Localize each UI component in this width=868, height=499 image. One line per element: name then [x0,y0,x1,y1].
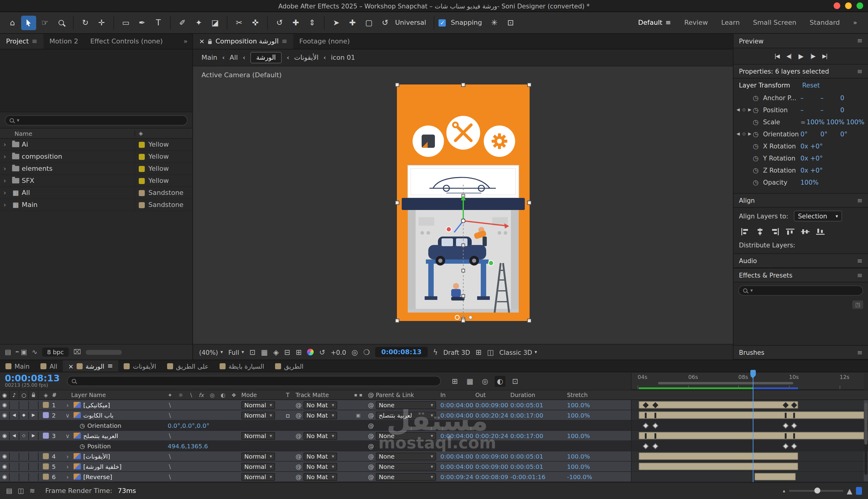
workspace-menu-icon[interactable]: ≡ [665,19,671,26]
layer-bar[interactable] [755,473,796,480]
renderer-dropdown[interactable]: Classic 3D▾ [499,349,537,356]
gizmo-space-label[interactable]: Universal [395,19,426,26]
mode-dropdown[interactable]: Normal▾ [241,462,275,470]
region-of-interest-icon[interactable]: ⊟ [284,348,290,356]
duration-value[interactable]: 0:00:17:00 [510,432,549,439]
out-value[interactable]: 0:00:08:09 [475,473,510,480]
magnification-dropdown[interactable]: (40%)▾ [199,349,223,356]
label-column-icon[interactable]: ◈ [44,392,48,398]
eye-column-icon[interactable]: ◉ [0,391,10,399]
camera-orbit-tool[interactable]: ↺ [272,15,287,30]
track-matte-dropdown[interactable]: No Mat▾ [303,462,337,470]
stretch-value[interactable]: 100.0% [567,402,601,408]
solo-cell[interactable] [19,452,29,460]
project-row-ai[interactable]: › Ai Yellow [0,139,193,151]
trash-icon[interactable]: ⌧ [74,348,81,356]
close-tab-icon[interactable]: × [199,37,204,45]
timeline-tab-main[interactable]: Main [0,360,35,372]
quality-switch[interactable]: ∖ [168,402,172,408]
align-to-dropdown[interactable]: Selection ▾ [794,210,842,221]
rotation-gizmo-icon[interactable]: ↺ [377,15,393,30]
eye-icon[interactable]: ◉ [0,452,10,460]
layer-name-column-header[interactable]: Layer Name [64,392,163,398]
comp-marker-icon[interactable]: ◫ [18,487,24,495]
timeline-zoom-slider[interactable]: ▴ ▲ [783,487,862,495]
in-value[interactable]: 0:00:09:24 [440,473,475,480]
layer-track[interactable] [631,410,864,420]
in-column-header[interactable]: In [440,392,475,398]
align-panel-header[interactable]: Align ≡ [733,193,868,208]
zoom-out-mountain-icon[interactable]: ▴ [783,488,785,494]
layer-color-chip[interactable] [43,433,49,439]
flowchart-icon[interactable]: ⊞ [476,348,482,356]
layer-bar[interactable] [639,463,798,470]
layer-name-cell[interactable]: › [الأيقونات] [64,453,163,460]
brush-tool[interactable]: ✐ [175,15,190,30]
property-row-orientation[interactable]: ◷ Orientation 0.0°,0.0°,0.0° @ [0,421,868,431]
layer-track[interactable] [631,400,864,410]
in-value[interactable]: 0:00:04:00 [440,453,475,460]
label-color-chip[interactable] [139,166,145,172]
label-cell[interactable]: Yellow [135,175,193,186]
label-cell[interactable]: Sandstone [135,199,193,210]
stopwatch-icon[interactable]: ◷ [753,106,763,114]
scrollbar-thumb[interactable] [864,402,867,445]
breadcrumb-current[interactable]: الورشة [250,52,282,63]
panel-grip-icon[interactable]: ◳ [852,301,863,309]
project-row-elements[interactable]: › elements Yellow [0,163,193,175]
table-row[interactable]: ◉ 4 › [الأيقونات] ∖ Normal▾ @No Mat▾ @No… [0,451,868,462]
layer-color-chip[interactable] [43,474,49,480]
zoom-slider-track[interactable] [789,490,843,492]
hold-keyframe-icon[interactable] [793,412,795,418]
stretch-value[interactable]: 100.0% [567,453,601,460]
property-track[interactable] [631,421,864,430]
project-row-composition[interactable]: › composition Yellow [0,151,193,163]
parent-dropdown[interactable]: None▾ [376,401,436,409]
view-layout-icon[interactable]: ◫ [487,348,494,356]
preserve-transparency-icon[interactable]: ▫ [286,412,290,418]
rotate-tool[interactable]: ↻ [78,15,93,30]
duration-value[interactable]: 0:00:05:01 [510,402,549,408]
pickwhip-icon[interactable]: @ [368,422,374,429]
composition-viewport[interactable]: Active Camera (Default) [193,66,733,344]
roi-icon[interactable]: ⊡ [249,348,256,356]
close-tab-icon[interactable]: × [68,362,74,369]
tab-footage[interactable]: Footage (none) [293,34,356,49]
fast-previews-label[interactable]: Draft 3D [443,349,470,356]
stopwatch-icon[interactable]: ◷ [79,422,85,429]
next-frame-icon[interactable]: |▶ [810,53,815,59]
layer-track[interactable] [631,462,864,471]
keyframe-icon[interactable] [643,443,649,449]
pen-tool[interactable]: ✒ [135,15,150,30]
interpret-footage-icon[interactable]: ▤ [5,348,11,356]
stretch-value[interactable]: 100.0% [567,463,601,470]
exposure-value[interactable]: +0.0 [331,349,346,356]
timeline-search-input[interactable] [67,376,441,386]
current-time-display[interactable]: 0:00:08:13 00213 (25.00 fps) [5,374,60,388]
track-matte-dropdown[interactable]: No Mat▾ [303,401,337,409]
pickwhip-icon[interactable]: @ [368,432,374,439]
out-column-header[interactable]: Out [475,392,510,398]
tab-project[interactable]: Project ≡ [0,34,44,49]
label-color-chip[interactable] [139,142,145,147]
mode-dropdown[interactable]: Normal▾ [241,401,275,409]
layer-bar[interactable] [639,401,798,409]
in-value[interactable]: 0:00:04:00 [440,432,475,439]
eye-icon[interactable]: ◉ [0,411,10,419]
time-ruler[interactable]: 04s 06s 08s 10s 12s [631,373,864,390]
layer-color-chip[interactable] [43,463,49,470]
mode-dropdown[interactable]: Normal▾ [241,432,275,440]
panel-menu-icon[interactable]: ≡ [32,37,37,45]
lock-cell[interactable] [29,401,39,409]
color-management-icon[interactable] [307,349,314,355]
breadcrumb-all[interactable]: All [230,54,238,62]
audio-cell[interactable] [10,452,19,460]
breadcrumb-main[interactable]: Main [201,54,218,62]
audio-cell[interactable] [10,462,19,470]
pickwhip-icon[interactable]: @ [368,412,374,418]
puppet-pin-tool[interactable]: ✜ [248,15,263,30]
keyframe-nav-icon[interactable]: ◆ [19,411,29,419]
play-icon[interactable]: ▶ [798,52,803,60]
project-row-main[interactable]: › ▦ Main Sandstone [0,199,193,211]
workspace-tab-small-screen[interactable]: Small Screen [747,19,803,26]
